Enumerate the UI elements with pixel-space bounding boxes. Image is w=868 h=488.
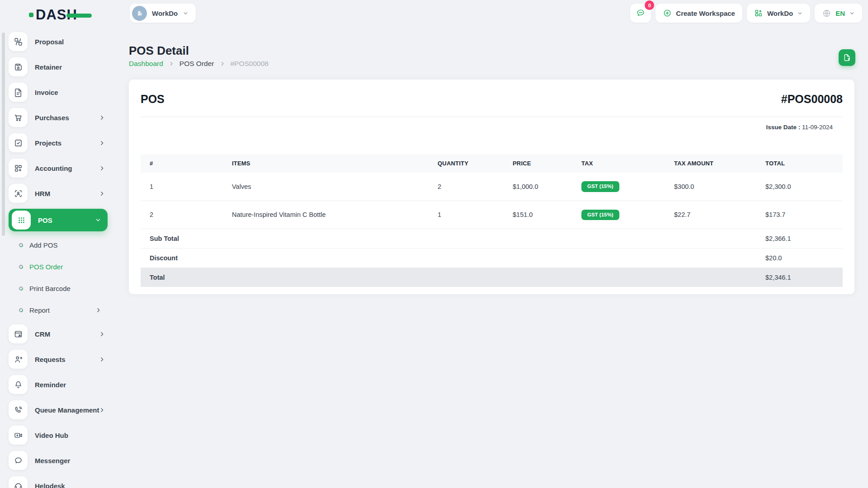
crm-icon (14, 329, 23, 339)
sidebar-item-video-hub[interactable]: Video Hub (9, 425, 108, 445)
sidebar-item-accounting[interactable]: Accounting (9, 158, 108, 178)
cell-tax-amount: $300.0 (665, 173, 756, 201)
building-icon (136, 9, 144, 17)
chevron-down-icon (797, 10, 803, 16)
messages-button[interactable]: 0 (630, 4, 651, 23)
create-workspace-button[interactable]: Create Workspace (656, 4, 742, 23)
retainer-icon (14, 62, 23, 72)
topbar-actions: 0 Create Workspace WorkDo EN (630, 4, 862, 23)
sidebar-subitem-print-barcode[interactable]: Print Barcode (19, 281, 108, 296)
logo-accent-bar (66, 14, 92, 18)
workspace-menu-button[interactable]: WorkDo (747, 4, 810, 23)
sidebar-item-queue-management[interactable]: Queue Management (9, 400, 108, 420)
workspace-selector[interactable]: WorkDo (130, 4, 196, 23)
card-header: POS #POS00008 (141, 91, 843, 107)
chevron-right-icon (99, 407, 105, 413)
messages-count-badge: 0 (645, 0, 654, 10)
sidebar-item-requests[interactable]: Requests (9, 349, 108, 369)
app-root: DASH WorkDo 0 Create Workspace (0, 0, 868, 488)
col-header-total: TOTAL (756, 154, 843, 173)
chevron-down-icon (849, 10, 855, 16)
headset-icon (14, 481, 23, 488)
sidebar-item-label: POS (38, 216, 52, 224)
breadcrumb-dashboard-link[interactable]: Dashboard (129, 60, 163, 68)
sidebar-item-label: CRM (35, 330, 50, 338)
phone-icon (14, 405, 23, 415)
sidebar: Proposal Retainer Invoice Purchases (0, 26, 118, 488)
chevron-right-icon (220, 61, 225, 66)
workspace-avatar (132, 6, 147, 21)
language-button[interactable]: EN (815, 4, 862, 23)
pos-detail-card: POS #POS00008 Issue Date : 11-09-2024 # … (129, 80, 854, 294)
sidebar-item-label: Retainer (35, 63, 62, 71)
file-plus-icon (843, 53, 851, 62)
sidebar-item-retainer[interactable]: Retainer (9, 57, 108, 77)
language-code: EN (835, 9, 845, 17)
total-label: Total (141, 268, 756, 287)
pos-number: #POS00008 (781, 93, 843, 106)
cell-tax: GST (15%) (572, 201, 665, 229)
sidebar-item-proposal[interactable]: Proposal (9, 32, 108, 52)
cell-price: $151.0 (504, 201, 572, 229)
sidebar-item-reminder[interactable]: Reminder (9, 375, 108, 394)
cell-total: $173.7 (756, 201, 843, 229)
sidebar-item-label: Accounting (35, 164, 72, 172)
issue-date-value: 11-09-2024 (802, 124, 833, 131)
cell-tax-amount: $22.7 (665, 201, 756, 229)
video-camera-icon (14, 431, 23, 440)
breadcrumb: Dashboard POS Order #POS00008 (129, 60, 269, 68)
discount-row: Discount $20.0 (141, 249, 843, 268)
sidebar-subitem-report[interactable]: Report (19, 302, 108, 318)
sidebar-item-label: Purchases (35, 114, 69, 122)
subtotal-value: $2,366.1 (756, 229, 843, 249)
cell-quantity: 1 (429, 201, 504, 229)
sidebar-item-label: Invoice (35, 89, 58, 96)
workspace-selector-label: WorkDo (152, 9, 178, 17)
col-header-quantity: QUANTITY (429, 154, 504, 173)
cell-tax: GST (15%) (572, 173, 665, 201)
subtotal-label: Sub Total (141, 229, 756, 249)
breadcrumb-pos-order-link[interactable]: POS Order (179, 60, 214, 68)
proposal-icon (14, 37, 23, 47)
sidebar-item-pos[interactable]: POS (9, 209, 108, 231)
sidebar-item-label: Requests (35, 356, 66, 363)
chevron-right-icon (99, 140, 105, 146)
purchases-icon (14, 113, 23, 122)
sidebar-item-projects[interactable]: Projects (9, 133, 108, 153)
chevron-down-icon (95, 217, 101, 223)
sidebar-item-invoice[interactable]: Invoice (9, 82, 108, 102)
sidebar-item-purchases[interactable]: Purchases (9, 108, 108, 127)
sidebar-subitem-pos-order[interactable]: POS Order (19, 259, 108, 274)
sidebar-item-helpdesk[interactable]: Helpdesk (9, 476, 108, 488)
col-header-price: PRICE (504, 154, 572, 173)
pos-grid-icon (17, 216, 26, 225)
sidebar-subitem-label: Add POS (29, 241, 58, 249)
plus-circle-icon (663, 9, 672, 18)
sidebar-item-label: Reminder (35, 381, 66, 389)
chat-bubble-icon (14, 456, 23, 465)
col-header-tax-amount: TAX AMOUNT (665, 154, 756, 173)
create-workspace-label: Create Workspace (676, 9, 735, 17)
export-pos-button[interactable] (839, 49, 855, 66)
messages-icon (636, 8, 646, 18)
sidebar-item-messenger[interactable]: Messenger (9, 450, 108, 470)
sidebar-item-hrm[interactable]: HRM (9, 183, 108, 203)
bullet-icon (18, 264, 24, 270)
invoice-icon (14, 88, 23, 97)
bell-icon (14, 380, 23, 389)
cell-price: $1,000.0 (504, 173, 572, 201)
bullet-icon (18, 286, 24, 291)
issue-date-row: Issue Date : 11-09-2024 (141, 124, 843, 131)
issue-date-label: Issue Date : (766, 124, 800, 131)
sidebar-subitem-add-pos[interactable]: Add POS (19, 237, 108, 253)
sidebar-item-label: Proposal (35, 38, 64, 46)
sidebar-item-label: Helpdesk (35, 482, 65, 488)
card-divider (141, 117, 843, 117)
accounting-icon (14, 164, 23, 173)
cell-item: Nature-Inspired Vitamin C Bottle (223, 201, 429, 229)
workspaces-icon (754, 9, 763, 18)
cell-total: $2,300.0 (756, 173, 843, 201)
sidebar-item-crm[interactable]: CRM (9, 324, 108, 344)
cell-no: 1 (141, 173, 223, 201)
sidebar-subitem-label: Print Barcode (29, 285, 71, 292)
